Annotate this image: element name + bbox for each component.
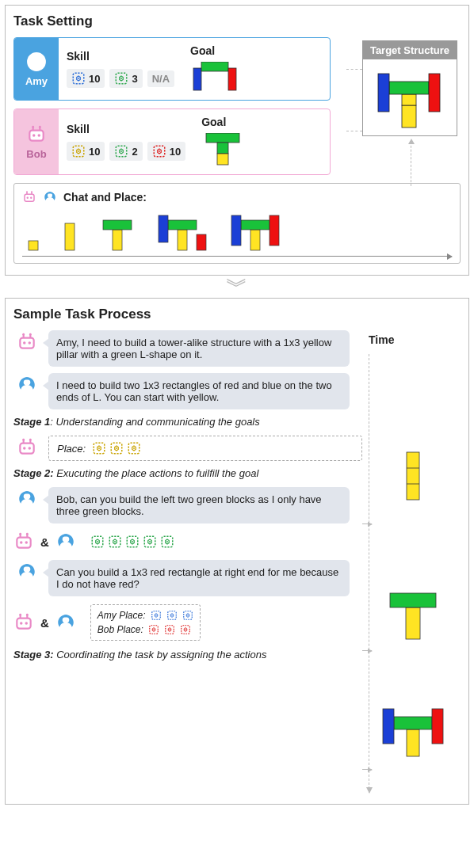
svg-rect-33 [241,220,269,230]
svg-rect-14 [206,133,239,143]
svg-rect-23 [29,241,38,250]
joint-action-row-2: & Amy Place: Bob Place: [13,604,362,641]
amy-skill-blue: 10 [67,69,105,88]
bob-avatar-icon [17,437,37,458]
chevron-down-icon: ︾ [0,280,474,293]
chat-place-label: Chat and Place: [63,191,147,204]
block-icon [71,71,86,86]
amy-avatar-icon [43,190,57,204]
svg-rect-28 [178,230,187,250]
msg-row-amy-2: Bob, can you build the left two green bl… [13,487,362,523]
bob-skill-yellow: 10 [67,142,105,161]
agent-card-bob: Bob Skill 10 2 10 Goal [13,108,331,175]
svg-rect-44 [432,709,443,744]
sample-task-title: Sample Task Process [13,306,461,322]
msg-row-bob-1: Amy, I need to build a tower-alike struc… [13,330,362,367]
step-5 [225,212,287,252]
msg-row-amy-3: Can you build a 1x3 red rectangle at rig… [13,560,362,596]
bob-skill-label: Skill [67,123,185,135]
svg-rect-24 [65,223,75,250]
stage-2-label: Stage 2: Exucuting the place actions to … [13,467,362,479]
amy-goal-label: Goal [190,44,239,57]
block-icon [180,624,191,635]
svg-rect-26 [103,220,132,230]
dashed-connector [346,69,362,70]
amy-place-label: Amy Place: [97,610,146,621]
step-3 [95,212,140,252]
svg-rect-35 [269,215,279,246]
place-action-box: Place: [48,436,362,461]
block-icon [114,144,128,158]
timeline-state-3 [375,698,451,760]
time-tick [362,523,372,524]
joint-place-box: Amy Place: Bob Place: [90,604,201,641]
svg-rect-12 [201,62,228,71]
ampersand: & [40,535,49,549]
progress-arrow [22,256,452,257]
svg-rect-19 [389,82,429,94]
stage-1-label: Stage 1: Understanding and communicating… [13,416,362,428]
target-structure-box: Target Structure [362,40,457,136]
block-icon [166,610,178,621]
amy-avatar-icon [26,51,47,72]
svg-rect-40 [390,593,436,607]
ampersand: & [40,616,49,630]
svg-rect-39 [406,607,420,639]
dashed-connector [346,131,362,131]
block-icon [143,535,157,549]
block-icon [148,624,159,635]
svg-rect-36 [407,452,419,500]
svg-rect-17 [402,105,416,128]
svg-rect-41 [407,729,419,756]
amy-avatar-icon [17,489,37,509]
svg-rect-21 [378,74,389,112]
dashed-connector [411,142,411,186]
task-setting-title: Task Setting [13,13,461,29]
step-1 [22,212,44,252]
bob-goal-blocks [201,133,244,168]
svg-rect-30 [159,215,168,242]
task-setting-panel: Task Setting Amy Skill 10 3 N/A Goal [5,5,469,276]
bob-goal-label: Goal [201,116,244,128]
block-icon [125,535,140,549]
bob-avatar-icon [22,190,36,204]
block-icon [164,624,175,635]
block-icon [92,441,106,455]
chat-bubble: Can you build a 1x3 red rectangle at rig… [48,560,350,596]
amy-skill-na: N/A [147,70,174,87]
step-4 [154,212,211,252]
time-column: Time [369,333,457,793]
chat-progression [22,209,452,257]
timeline-state-2 [375,579,451,642]
svg-rect-13 [228,68,236,90]
target-structure-blocks [370,64,449,131]
time-tick [362,650,372,651]
block-icon [182,610,193,621]
sample-task-panel: Sample Task Process Time Amy, I need to … [5,298,469,805]
amy-goal-blocks [190,62,239,93]
msg-row-amy-1: I need to build two 1x3 rectangles of re… [13,373,362,409]
amy-avatar-icon [17,375,37,395]
block-icon [71,144,86,158]
target-label: Target Structure [363,41,457,59]
block-icon [127,441,141,455]
amy-skill-row: 10 3 N/A [67,69,174,88]
bob-skill-row: 10 2 10 [67,142,185,161]
svg-rect-42 [394,717,432,729]
block-icon [151,610,162,621]
bob-name: Bob [26,148,46,160]
svg-rect-43 [383,709,394,744]
chat-place-box: Chat and Place: [13,183,461,264]
chat-bubble: Amy, I need to build a tower-alike struc… [48,330,350,367]
svg-rect-11 [193,68,201,90]
svg-rect-15 [217,143,228,154]
step-2 [59,212,81,252]
block-icon [114,71,128,86]
bob-skill-green: 2 [109,142,142,161]
joint-action-row-1: & [13,531,362,552]
svg-rect-18 [402,94,416,105]
svg-rect-29 [168,220,197,230]
bob-avatar-icon [26,124,47,145]
stage-3-label: Stage 3: Coordinating the task by assign… [13,649,362,661]
place-row-bob: Place: [13,436,362,461]
